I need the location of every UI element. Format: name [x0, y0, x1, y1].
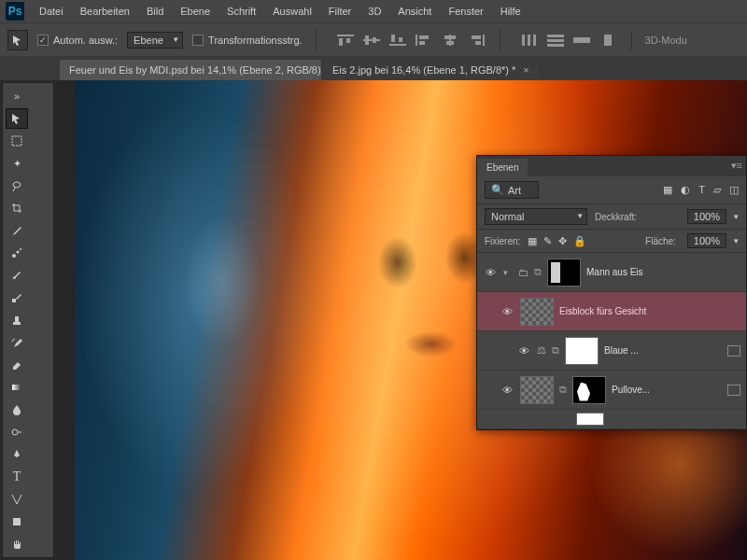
menu-datei[interactable]: Datei — [32, 3, 71, 20]
blur-tool[interactable] — [6, 399, 28, 420]
menu-ansicht[interactable]: Ansicht — [390, 3, 439, 20]
menu-fenster[interactable]: Fenster — [441, 3, 490, 20]
align-hcenter-icon[interactable] — [440, 33, 460, 48]
lock-pixels-icon[interactable]: ✎ — [543, 235, 552, 247]
layer-name[interactable]: Blaue ... — [604, 345, 722, 356]
distribute-icon[interactable] — [571, 33, 592, 48]
menu-ebene[interactable]: Ebene — [173, 3, 218, 20]
layer-thumbnail[interactable] — [520, 298, 554, 326]
menu-bild[interactable]: Bild — [139, 3, 171, 20]
align-bottom-icon[interactable] — [388, 33, 408, 48]
visibility-icon[interactable]: 👁 — [516, 345, 531, 357]
layer-row[interactable]: 👁 ⚖ ⧉ Blaue ... — [477, 331, 746, 371]
filter-shape-icon[interactable]: ▱ — [713, 184, 721, 196]
menu-3d[interactable]: 3D — [360, 3, 388, 20]
mask-thumbnail[interactable] — [572, 376, 606, 404]
visibility-icon[interactable]: 👁 — [500, 385, 514, 396]
disclosure-triangle-icon[interactable]: ▾ — [503, 268, 513, 277]
hand-tool[interactable] — [6, 534, 28, 554]
menu-filter[interactable]: Filter — [321, 3, 359, 20]
layer-row[interactable]: 👁 ⧉ Pullove... — [477, 371, 746, 410]
align-top-icon[interactable] — [335, 33, 356, 48]
search-icon: 🔍 — [491, 184, 504, 196]
align-vcenter-icon[interactable] — [361, 33, 382, 48]
filter-image-icon[interactable]: ▦ — [663, 184, 672, 196]
svg-rect-18 — [522, 35, 525, 46]
canvas[interactable]: Ebenen ▾≡ 🔍 Art ▦ ◐ T ▱ ◫ Normal Deckkra… — [56, 80, 747, 560]
zoom-tool[interactable] — [6, 556, 28, 560]
gradient-tool[interactable] — [6, 377, 28, 398]
eyedropper-tool[interactable] — [6, 220, 28, 241]
auto-select-checkbox[interactable]: Autom. ausw.: — [37, 35, 118, 46]
brush-tool[interactable] — [6, 265, 28, 286]
layer-thumbnail[interactable] — [520, 376, 554, 404]
lasso-tool[interactable] — [6, 175, 28, 196]
type-tool[interactable]: T — [6, 467, 28, 487]
pen-tool[interactable] — [6, 444, 28, 465]
magic-wand-tool[interactable]: ✦ — [6, 153, 28, 174]
healing-brush-tool[interactable] — [6, 243, 28, 263]
visibility-icon[interactable]: 👁 — [483, 267, 498, 278]
opacity-label: Deckkraft: — [595, 212, 637, 222]
layer-thumbnail[interactable] — [547, 259, 581, 287]
clone-stamp-tool[interactable] — [6, 310, 28, 330]
tab-collapse-icon[interactable]: » — [6, 86, 28, 106]
chevron-down-icon[interactable]: ▾ — [734, 236, 739, 245]
lock-all-icon[interactable]: 🔒 — [573, 235, 586, 247]
svg-rect-23 — [547, 44, 564, 47]
mask-thumbnail[interactable] — [565, 337, 599, 365]
svg-rect-31 — [13, 322, 21, 325]
menu-auswahl[interactable]: Auswahl — [265, 3, 319, 20]
panel-menu-icon[interactable]: ▾≡ — [731, 160, 742, 172]
layer-row[interactable]: 👁 Eisblock fürs Gesicht — [477, 292, 746, 331]
dodge-tool[interactable] — [6, 422, 28, 442]
menu-hilfe[interactable]: Hilfe — [493, 3, 529, 20]
blend-opacity-row: Normal Deckkraft: 100% ▾ — [477, 204, 746, 230]
chevron-down-icon[interactable]: ▾ — [734, 212, 739, 221]
fill-value[interactable]: 100% — [687, 233, 726, 248]
spot-heal-tool[interactable] — [6, 287, 28, 308]
fx-icon[interactable] — [727, 385, 740, 396]
layer-thumbnail[interactable] — [576, 413, 604, 426]
auto-select-target-dropdown[interactable]: Ebene — [127, 32, 183, 49]
transform-controls-checkbox[interactable]: Transformationsstrg. — [192, 35, 302, 46]
filter-type-icon[interactable]: T — [698, 184, 705, 196]
distribute-icon[interactable] — [545, 33, 566, 48]
document-tab[interactable]: Eis 2.jpg bei 16,4% (Ebene 1, RGB/8*) * … — [323, 60, 539, 80]
svg-point-29 — [20, 248, 21, 250]
filter-type-dropdown[interactable]: 🔍 Art — [485, 181, 539, 199]
menu-bearbeiten[interactable]: Bearbeiten — [73, 3, 137, 20]
opacity-value[interactable]: 100% — [687, 209, 726, 224]
menu-schrift[interactable]: Schrift — [219, 3, 263, 20]
visibility-icon[interactable]: 👁 — [500, 306, 514, 317]
layers-tab[interactable]: Ebenen — [477, 159, 528, 176]
layer-row[interactable] — [477, 410, 746, 429]
separator — [631, 30, 632, 50]
lock-position-icon[interactable]: ✥ — [558, 235, 567, 247]
filter-smart-icon[interactable]: ◫ — [729, 184, 739, 196]
crop-tool[interactable] — [6, 198, 28, 218]
options-bar: Autom. ausw.: Ebene Transformationsstrg.… — [0, 22, 747, 56]
filter-adjust-icon[interactable]: ◐ — [681, 184, 690, 196]
history-brush-tool[interactable] — [6, 332, 28, 353]
marquee-tool[interactable] — [6, 131, 28, 151]
align-right-icon[interactable] — [466, 33, 486, 48]
align-left-icon[interactable] — [414, 33, 434, 48]
document-tab[interactable]: Feuer und Eis by MDI.psd bei 14,1% (Eben… — [60, 60, 321, 80]
distribute-icon[interactable] — [519, 33, 540, 48]
layer-name[interactable]: Mann aus Eis — [586, 267, 740, 277]
fx-icon[interactable] — [727, 345, 740, 357]
lock-transparency-icon[interactable]: ▦ — [528, 235, 537, 247]
layer-name[interactable]: Pullove... — [612, 385, 722, 395]
move-tool-icon[interactable] — [7, 30, 28, 50]
distribute-icon[interactable] — [598, 33, 618, 48]
layer-name[interactable]: Eisblock fürs Gesicht — [559, 306, 740, 316]
blend-mode-dropdown[interactable]: Normal — [485, 208, 587, 225]
layer-row[interactable]: 👁 ▾ 🗀 ⧉ Mann aus Eis — [477, 253, 746, 292]
path-tool[interactable] — [6, 489, 28, 510]
shape-tool[interactable] — [6, 511, 28, 532]
move-tool[interactable] — [6, 108, 28, 129]
close-icon[interactable]: × — [523, 64, 529, 76]
adjustment-icon: ⚖ — [537, 344, 546, 357]
eraser-tool[interactable] — [6, 355, 28, 375]
